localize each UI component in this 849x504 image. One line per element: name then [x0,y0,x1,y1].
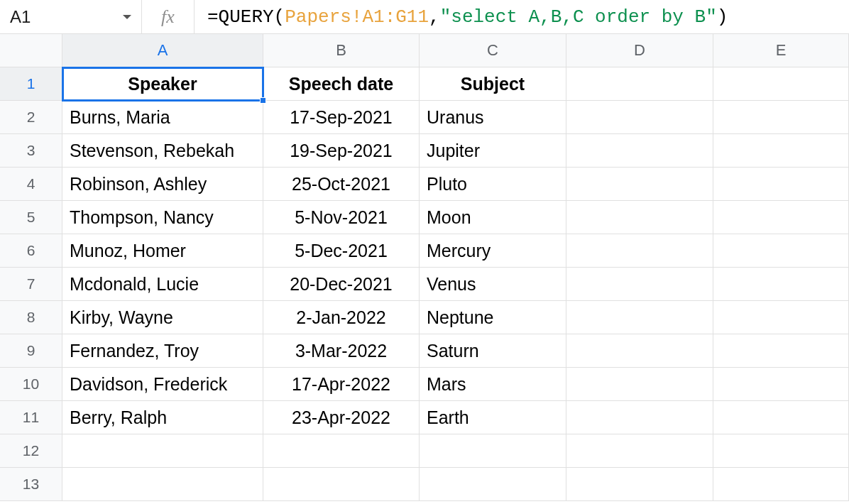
cell-E11[interactable] [713,401,849,434]
column-header-A[interactable]: A [62,34,263,67]
formula-token: Papers!A1:G11 [285,6,429,28]
grid-row: 2Burns, Maria17-Sep-2021Uranus [0,101,849,134]
cell-D6[interactable] [566,234,713,268]
cell-E8[interactable] [713,301,849,334]
cell-C5[interactable]: Moon [420,201,566,234]
column-header-B[interactable]: B [263,34,420,67]
cell-D10[interactable] [566,368,713,401]
row-header[interactable]: 13 [0,468,62,501]
row-header[interactable]: 11 [0,401,62,434]
name-box[interactable]: A1 [0,0,142,33]
cell-B7[interactable]: 20-Dec-2021 [263,268,420,301]
cell-B11[interactable]: 23-Apr-2022 [263,401,420,434]
cell-E10[interactable] [713,368,849,401]
formula-token: , [429,6,440,28]
cell-E6[interactable] [713,234,849,268]
cell-C3[interactable]: Jupiter [420,134,566,168]
cell-E9[interactable] [713,334,849,368]
row-header[interactable]: 4 [0,168,62,201]
cell-A5[interactable]: Thompson, Nancy [62,201,263,234]
row-header[interactable]: 8 [0,301,62,334]
grid-row: 12 [0,434,849,468]
cell-C7[interactable]: Venus [420,268,566,301]
grid-row: 10Davidson, Frederick17-Apr-2022Mars [0,368,849,401]
cell-D8[interactable] [566,301,713,334]
row-header[interactable]: 7 [0,268,62,301]
cell-E3[interactable] [713,134,849,168]
cell-B5[interactable]: 5-Nov-2021 [263,201,420,234]
column-header-C[interactable]: C [420,34,566,67]
cell-E4[interactable] [713,168,849,201]
cell-E7[interactable] [713,268,849,301]
grid-row: 1SpeakerSpeech dateSubject [0,67,849,101]
cell-E2[interactable] [713,101,849,134]
cell-A2[interactable]: Burns, Maria [62,101,263,134]
cell-E5[interactable] [713,201,849,234]
cell-E12[interactable] [713,434,849,468]
name-box-value: A1 [10,7,31,27]
cell-B9[interactable]: 3-Mar-2022 [263,334,420,368]
select-all-corner[interactable] [0,34,62,67]
cell-B10[interactable]: 17-Apr-2022 [263,368,420,401]
cell-B12[interactable] [263,434,420,468]
cell-A12[interactable] [62,434,263,468]
cell-D2[interactable] [566,101,713,134]
row-header[interactable]: 1 [0,67,62,101]
cell-C13[interactable] [420,468,566,501]
formula-input[interactable]: =QUERY(Papers!A1:G11,"select A,B,C order… [195,0,849,33]
cell-E1[interactable] [713,67,849,101]
cell-A6[interactable]: Munoz, Homer [62,234,263,268]
grid-row: 11Berry, Ralph23-Apr-2022Earth [0,401,849,434]
cell-D3[interactable] [566,134,713,168]
cell-B4[interactable]: 25-Oct-2021 [263,168,420,201]
cell-C2[interactable]: Uranus [420,101,566,134]
row-header[interactable]: 9 [0,334,62,368]
cell-B1[interactable]: Speech date [263,67,420,101]
row-header[interactable]: 12 [0,434,62,468]
row-header[interactable]: 5 [0,201,62,234]
cell-A3[interactable]: Stevenson, Rebekah [62,134,263,168]
cell-C4[interactable]: Pluto [420,168,566,201]
cell-D9[interactable] [566,334,713,368]
cell-D13[interactable] [566,468,713,501]
cell-A11[interactable]: Berry, Ralph [62,401,263,434]
cell-D12[interactable] [566,434,713,468]
formula-token: ) [717,6,728,28]
cell-A8[interactable]: Kirby, Wayne [62,301,263,334]
row-header[interactable]: 3 [0,134,62,168]
cell-D7[interactable] [566,268,713,301]
cell-C10[interactable]: Mars [420,368,566,401]
fx-icon[interactable]: fx [142,0,195,33]
cell-C6[interactable]: Mercury [420,234,566,268]
cell-D1[interactable] [566,67,713,101]
column-header-D[interactable]: D [566,34,713,67]
cell-C11[interactable]: Earth [420,401,566,434]
row-header[interactable]: 2 [0,101,62,134]
cell-A13[interactable] [62,468,263,501]
cell-D5[interactable] [566,201,713,234]
cell-A7[interactable]: Mcdonald, Lucie [62,268,263,301]
selection-handle[interactable] [260,97,266,104]
cell-B6[interactable]: 5-Dec-2021 [263,234,420,268]
cell-C12[interactable] [420,434,566,468]
cell-D4[interactable] [566,168,713,201]
cell-A1[interactable]: Speaker [62,67,263,101]
chevron-down-icon[interactable] [123,15,131,19]
cell-A9[interactable]: Fernandez, Troy [62,334,263,368]
cell-A4[interactable]: Robinson, Ashley [62,168,263,201]
spreadsheet-grid: ABCDE 1SpeakerSpeech dateSubject2Burns, … [0,34,849,501]
row-header[interactable]: 10 [0,368,62,401]
cell-C1[interactable]: Subject [420,67,566,101]
cell-C8[interactable]: Neptune [420,301,566,334]
grid-row: 7Mcdonald, Lucie20-Dec-2021Venus [0,268,849,301]
cell-E13[interactable] [713,468,849,501]
cell-D11[interactable] [566,401,713,434]
cell-A10[interactable]: Davidson, Frederick [62,368,263,401]
row-header[interactable]: 6 [0,234,62,268]
cell-B8[interactable]: 2-Jan-2022 [263,301,420,334]
cell-B2[interactable]: 17-Sep-2021 [263,101,420,134]
cell-B3[interactable]: 19-Sep-2021 [263,134,420,168]
cell-C9[interactable]: Saturn [420,334,566,368]
column-header-E[interactable]: E [713,34,849,67]
cell-B13[interactable] [263,468,420,501]
